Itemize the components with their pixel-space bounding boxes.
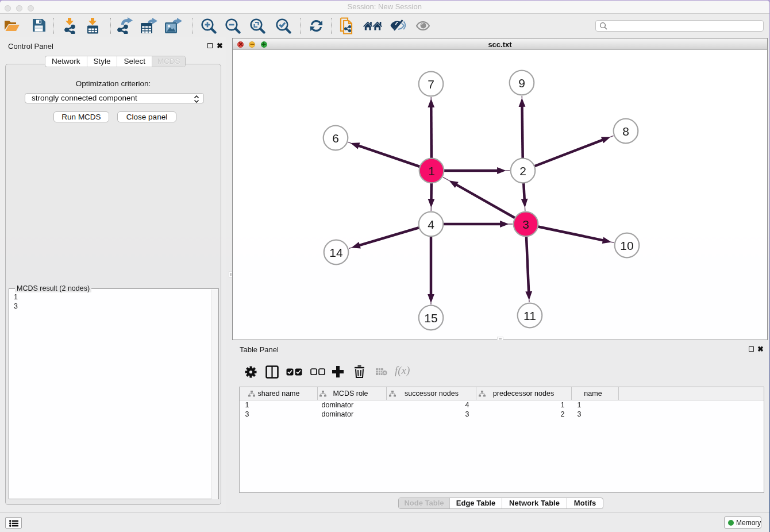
- svg-text:8: 8: [622, 125, 629, 138]
- svg-text:1: 1: [428, 164, 435, 178]
- svg-text:2: 2: [519, 164, 526, 178]
- svg-text:6: 6: [332, 132, 339, 145]
- svg-text:11: 11: [523, 309, 536, 322]
- svg-text:14: 14: [329, 246, 343, 259]
- svg-text:15: 15: [424, 311, 437, 325]
- svg-text:9: 9: [518, 76, 525, 90]
- svg-text:10: 10: [620, 239, 633, 252]
- svg-text:4: 4: [428, 218, 434, 231]
- svg-text:3: 3: [522, 218, 529, 231]
- svg-text:7: 7: [428, 78, 434, 91]
